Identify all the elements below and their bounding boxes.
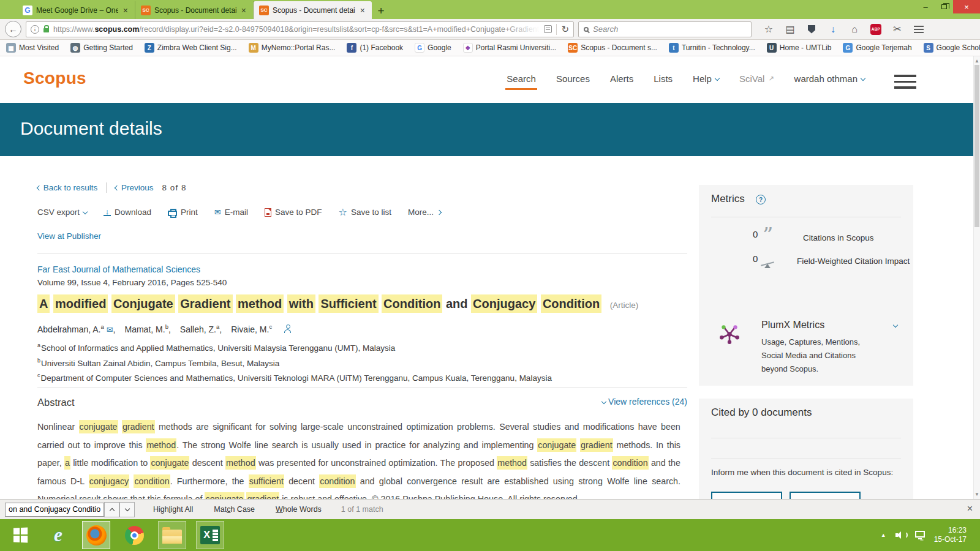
affiliations: aSchool of Informatics and Applied Mathe… <box>37 339 552 384</box>
close-button[interactable]: × <box>953 0 980 13</box>
taskbar-clock[interactable]: 16:23 15-Oct-17 <box>934 526 967 544</box>
print-icon <box>168 211 177 216</box>
back-to-results-link[interactable]: Back to results <box>37 183 97 192</box>
help-question-icon[interactable]: ? <box>756 195 766 204</box>
find-next-button[interactable] <box>119 502 135 517</box>
journal-link[interactable]: Far East Journal of Mathematical Science… <box>37 264 200 274</box>
shield-icon[interactable] <box>802 21 821 38</box>
nav-help[interactable]: Help <box>693 73 719 84</box>
nav-alerts[interactable]: Alerts <box>610 73 633 84</box>
document-type-label: (Article) <box>610 301 639 310</box>
download-button[interactable]: ↓Download <box>104 208 151 217</box>
scopus-logo[interactable]: Scopus <box>23 69 86 88</box>
url-bar[interactable]: i https://www.scopus.com/record/display.… <box>26 21 574 37</box>
previous-link[interactable]: Previous <box>115 183 153 192</box>
print-button[interactable]: Print <box>168 208 198 217</box>
new-tab-button[interactable]: + <box>372 3 390 19</box>
bookmark-item[interactable]: ▦Most Visited <box>6 43 59 53</box>
author[interactable]: Rivaie, M.c <box>231 323 272 334</box>
author[interactable]: Mamat, M.b <box>125 323 179 334</box>
scrollbar-thumb[interactable] <box>974 65 979 227</box>
scopus-menu-icon[interactable] <box>894 75 916 89</box>
more-button[interactable]: More... <box>408 208 441 217</box>
show-hidden-icons[interactable]: ▲ <box>881 532 886 538</box>
browser-tab-scopus-1[interactable]: SC Scopus - Document details × <box>135 1 254 19</box>
save-to-list-button[interactable]: ☆Save to list <box>339 208 391 217</box>
author[interactable]: Salleh, Z.a <box>180 323 230 334</box>
author-profile-icon[interactable] <box>284 324 292 333</box>
browser-tab-scopus-2-active[interactable]: SC Scopus - Document details × <box>254 1 372 19</box>
bookmarks-menu-icon[interactable]: ▤ <box>781 21 799 38</box>
save-to-pdf-button[interactable]: Save to PDF <box>265 208 322 217</box>
excel-icon[interactable]: X <box>196 521 224 549</box>
view-references-link[interactable]: View references (24) <box>602 397 687 407</box>
nav-lists[interactable]: Lists <box>654 73 673 84</box>
bookmark-item[interactable]: SGoogle Scholar <box>924 43 980 53</box>
back-button[interactable]: ← <box>5 21 21 37</box>
screenshot-cut-icon[interactable]: ✂ <box>888 21 907 38</box>
plumx-title[interactable]: PlumX Metrics <box>761 320 824 331</box>
restore-button[interactable] <box>935 0 953 13</box>
find-close-icon[interactable]: × <box>967 503 973 514</box>
view-at-publisher-link[interactable]: View at Publisher <box>37 231 101 241</box>
findbar-toggle[interactable]: Match Case <box>214 505 255 514</box>
bookmark-item[interactable]: MMyNemo::Portal Ras... <box>249 43 336 53</box>
reload-icon[interactable]: ↻ <box>561 24 569 35</box>
scroll-up-icon[interactable]: ▲ <box>974 58 980 64</box>
csv-export-button[interactable]: CSV export <box>37 208 87 217</box>
chevron-down-icon <box>861 75 865 80</box>
bookmark-item[interactable]: ❖Portal Rasmi Universiti... <box>463 43 556 53</box>
findbar-toggle[interactable]: Highlight All <box>153 505 193 514</box>
scroll-down-icon[interactable]: ▼ <box>974 492 980 497</box>
plumx-icon <box>718 323 741 345</box>
nav-scival[interactable]: SciVal↗ <box>739 73 774 84</box>
set-citation-feed-button[interactable]: Set citation feed <box>790 492 861 499</box>
bookmark-item[interactable]: tTurnitin - Technology... <box>669 43 755 53</box>
nav-sources[interactable]: Sources <box>556 73 590 84</box>
bookmark-item[interactable]: GGoogle Terjemah <box>843 43 911 53</box>
browser-menu-icon[interactable] <box>910 21 928 38</box>
bookmark-item[interactable]: SCScopus - Document s... <box>568 43 657 53</box>
bookmark-label: Google Scholar <box>937 43 980 52</box>
user-menu[interactable]: wardah othman <box>794 73 865 84</box>
bookmark-item[interactable]: ◍Getting Started <box>70 43 133 53</box>
bookmark-item[interactable]: GGoogle <box>415 43 451 53</box>
internet-explorer-icon[interactable]: e <box>44 521 72 549</box>
set-citation-alert-button[interactable]: Set citation alert <box>711 492 782 499</box>
adblock-plus-icon[interactable]: ABP <box>867 21 885 38</box>
toolbar-icons: ☆ ▤ ↓ ⌂ ABP ✂ <box>760 21 928 38</box>
chevron-left-icon <box>37 186 42 190</box>
bookmark-item[interactable]: UHome - UMTLib <box>767 43 832 53</box>
results-nav-row: Back to results Previous 8 of 8 <box>37 182 186 193</box>
bookmark-item[interactable]: ZZimbra Web Client Sig... <box>145 43 237 53</box>
page-info-icon[interactable]: i <box>31 25 39 34</box>
author-email-icon[interactable]: ✉ <box>107 325 113 334</box>
findbar-toggle[interactable]: Whole Words <box>276 505 322 514</box>
citation-quote-icon: ” <box>763 223 771 247</box>
find-input[interactable] <box>5 503 104 517</box>
bookmark-item[interactable]: f(1) Facebook <box>347 43 403 53</box>
tab-close-icon[interactable]: × <box>359 6 366 15</box>
plumx-expand-icon[interactable] <box>893 323 898 328</box>
bookmark-star-icon[interactable]: ☆ <box>760 21 778 38</box>
start-button[interactable] <box>6 521 34 549</box>
page-scrollbar[interactable]: ▲ ▼ <box>973 56 980 499</box>
downloads-icon[interactable]: ↓ <box>824 21 842 38</box>
tab-close-icon[interactable]: × <box>240 6 247 15</box>
browser-tab-google-drive[interactable]: G Meet Google Drive – One pla × <box>17 1 135 19</box>
file-explorer-icon[interactable] <box>158 521 186 549</box>
bookmark-favicon: t <box>669 43 679 53</box>
find-previous-button[interactable] <box>104 502 119 517</box>
email-button[interactable]: ✉E-mail <box>214 208 248 217</box>
reader-mode-icon[interactable] <box>544 25 552 33</box>
speaker-icon[interactable] <box>895 531 906 539</box>
tab-close-icon[interactable]: × <box>122 6 129 15</box>
nav-search[interactable]: Search <box>507 73 536 84</box>
home-icon[interactable]: ⌂ <box>845 21 864 38</box>
chrome-icon[interactable] <box>120 521 148 549</box>
network-icon[interactable] <box>915 531 925 538</box>
minimize-button[interactable]: – <box>916 0 935 13</box>
search-bar[interactable]: Search <box>578 21 752 37</box>
author[interactable]: Abdelrahman, A.a ✉ <box>37 323 124 334</box>
firefox-icon[interactable] <box>82 521 110 549</box>
